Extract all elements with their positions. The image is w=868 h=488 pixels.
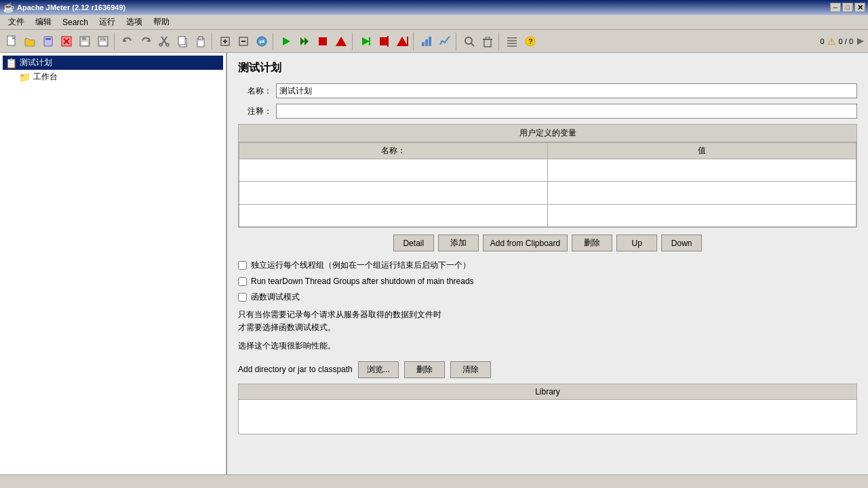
menu-item-Search[interactable]: Search [57,16,94,28]
sep3 [273,33,275,50]
svg-point-18 [166,43,169,46]
checkbox3-label: 函数调试模式 [251,291,300,303]
browse-button[interactable]: 浏览... [358,361,399,378]
undo-button[interactable] [119,33,136,50]
independent-groups-checkbox[interactable] [238,261,247,270]
down-button[interactable]: Down [661,235,702,251]
open-button[interactable] [21,33,39,50]
paste-button[interactable] [192,33,210,50]
svg-rect-46 [484,39,491,47]
remote-start-button[interactable] [357,33,374,50]
checkbox1-row: 独立运行每个线程组（例如在一个组运行结束后启动下一个） [238,260,857,271]
tree-item-test-plan[interactable]: 📋测试计划 [3,56,223,70]
copy-button[interactable] [174,33,191,50]
svg-marker-30 [283,37,290,45]
title-bar: ☕ Apache JMeter (2.12 r1636949) ─ □ ✕ [0,0,868,15]
sep7 [498,33,501,50]
delete-button[interactable]: 删除 [572,235,612,251]
svg-rect-33 [319,37,327,45]
desc-line4: 选择这个选项很影响性能。 [238,340,857,352]
clear-button[interactable] [479,33,496,50]
expand-button[interactable] [216,33,234,50]
run-button[interactable] [277,33,295,50]
svg-rect-22 [199,37,203,40]
sep1 [114,33,117,50]
tree-item-workbench[interactable]: 📁工作台 [16,70,223,84]
remote-stop-button[interactable] [375,33,393,50]
table-row [239,204,856,226]
close-plan-button[interactable] [58,33,75,50]
search-button[interactable] [460,33,478,50]
test-plan-label: 测试计划 [20,57,52,68]
detail-button[interactable]: Detail [393,235,434,251]
template-button[interactable] [39,33,57,50]
desc-line2: 才需要选择函数调试模式。 [238,321,857,334]
save-button[interactable] [76,33,94,50]
stop-now-button[interactable] [332,33,350,50]
up-button[interactable]: Up [616,235,657,251]
add-from-clipboard-button[interactable]: Add from Clipboard [483,235,568,251]
svg-rect-43 [429,37,431,46]
svg-marker-31 [300,37,304,45]
save-as-button[interactable]: + [94,33,112,50]
svg-marker-55 [857,38,864,45]
svg-line-45 [471,43,474,46]
menu-item-帮助[interactable]: 帮助 [148,15,175,29]
variables-title: 用户定义的变量 [239,125,856,142]
svg-rect-2 [45,38,51,40]
run-no-pause-button[interactable] [296,33,313,50]
close-button[interactable]: ✕ [854,3,865,12]
right-panel: 测试计划 名称： 注释： 用户定义的变量 名称： 值 [227,53,868,474]
menu-item-运行[interactable]: 运行 [94,15,121,29]
minimize-button[interactable]: ─ [830,3,841,12]
add-button[interactable]: 添加 [438,235,479,251]
comment-row: 注释： [238,104,857,119]
toolbar: + ⇄ [0,30,868,53]
sep5 [413,33,416,50]
classpath-delete-button[interactable]: 删除 [404,361,445,378]
stop-button[interactable] [314,33,332,50]
redo-button[interactable] [137,33,155,50]
new-button[interactable] [3,33,20,50]
comment-label: 注释： [238,106,272,117]
collapse-button[interactable] [235,33,252,50]
cut-button[interactable] [155,33,173,50]
sep2 [212,33,214,50]
warning-count: 0 [820,37,824,45]
menu-item-文件[interactable]: 文件 [3,15,30,29]
report-alt-button[interactable] [436,33,454,50]
table-row [239,182,856,204]
report-button[interactable] [418,33,435,50]
svg-rect-11 [100,41,106,45]
maximize-button[interactable]: □ [842,3,853,12]
toggle-button[interactable]: ⇄ [253,33,271,50]
checkbox2-row: Run tearDown Thread Groups after shutdow… [238,277,857,286]
svg-point-44 [465,37,472,44]
menu-item-选项[interactable]: 选项 [121,15,148,29]
name-label: 名称： [238,85,272,97]
remote-stop-now-button[interactable] [393,33,411,50]
functional-mode-checkbox[interactable] [238,293,247,302]
desc-line1: 只有当你需要记录每个请求从服务器取得的数据到文件时 [238,308,857,321]
status-area: 0 ⚠ 0 / 0 [820,36,865,47]
variables-table: 名称： 值 [239,142,856,227]
comment-input[interactable] [276,104,857,119]
name-input[interactable] [276,83,857,98]
svg-marker-32 [304,37,309,45]
col-value-header: 值 [548,143,856,159]
help-button[interactable]: ? [521,33,539,50]
classpath-clear-button[interactable]: 清除 [450,361,491,378]
sep6 [456,33,458,50]
svg-marker-35 [362,37,370,45]
teardown-checkbox[interactable] [238,277,247,286]
status-ratio: 0 / 0 [839,37,853,45]
title-bar-left: ☕ Apache JMeter (2.12 r1636949) [3,2,125,13]
svg-rect-8 [81,41,88,45]
classpath-label: Add directory or jar to classpath [238,365,353,374]
list-button[interactable] [503,33,521,50]
svg-text:+: + [104,37,106,41]
checkbox2-label: Run tearDown Thread Groups after shutdow… [251,277,474,286]
checkbox3-row: 函数调试模式 [238,291,857,303]
app-title: Apache JMeter (2.12 r1636949) [17,3,125,12]
menu-item-编辑[interactable]: 编辑 [30,15,57,29]
